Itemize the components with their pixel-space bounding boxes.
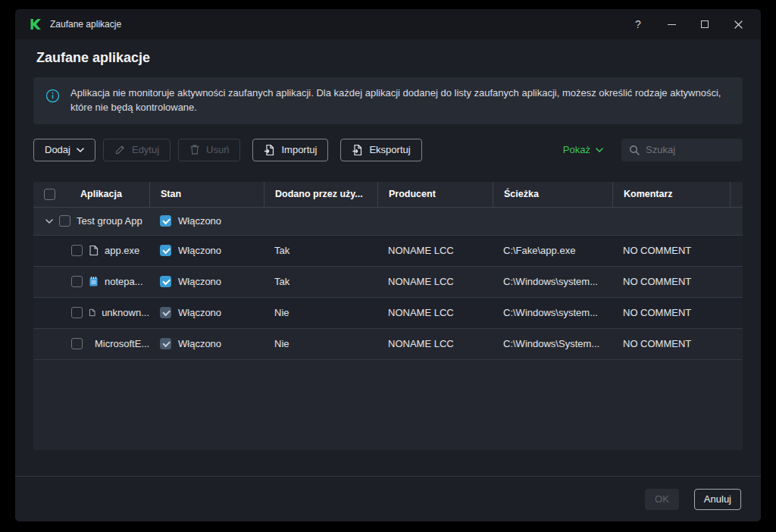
footer: OK Anuluj [15,476,761,521]
titlebar[interactable]: Zaufane aplikacje ? [15,9,761,39]
table-group-row[interactable]: Test group App Włączono [33,208,743,236]
help-button[interactable]: ? [621,9,655,39]
table-row[interactable]: MicrosoftE... Włączono Nie NONAME LCC C:… [33,329,743,360]
row-select-checkbox[interactable] [71,245,83,256]
info-icon [45,89,60,103]
vendor-cell: NONAME LCC [377,298,493,328]
comment-cell: NO COMMENT [612,329,730,359]
state-label: Włączono [178,338,221,349]
cancel-button[interactable]: Anuluj [694,489,741,510]
import-button-label: Importuj [281,144,317,155]
vendor-cell: NONAME LCC [377,236,493,266]
file-icon [89,307,95,318]
table-row[interactable]: notepa... Włączono Tak NONAME LCC C:\Win… [33,267,743,298]
trusted-applications-window: Zaufane aplikacje ? Zaufane aplikacje [15,9,761,521]
column-label: Producent [389,189,436,199]
group-enabled-checkbox[interactable] [160,215,171,227]
state-label: Włączono [178,307,221,318]
path-cell: C:\Windows\System... [493,329,612,359]
group-select-checkbox[interactable] [59,215,70,227]
search-box [621,139,743,161]
delete-button[interactable]: Usuń [178,139,240,161]
column-label: Stan [161,189,181,199]
app-name: app.exe [105,245,139,256]
row-select-checkbox[interactable] [71,307,83,318]
column-header-aplikacja: Aplikacja [33,182,149,207]
add-button[interactable]: Dodaj [33,139,95,161]
close-button[interactable] [721,9,755,39]
search-icon [629,145,640,155]
column-header-sciezka: Ścieżka [493,182,612,207]
state-label: Włączono [178,276,221,287]
ok-button[interactable]: OK [645,489,679,510]
table-header: Aplikacja Stan Dodano przez uży... Produ… [33,182,743,208]
added-by-user-cell: Tak [264,236,377,266]
added-by-user-cell: Nie [264,298,377,328]
select-all-checkbox[interactable] [44,189,55,200]
app-name: notepa... [105,276,143,287]
app-name: unknown... [102,307,149,318]
pencil-icon [114,144,126,155]
vendor-cell: NONAME LCC [377,329,493,359]
state-cell: Włączono [149,329,264,359]
edit-button[interactable]: Edytuj [103,139,171,161]
notepad-app-icon [89,276,99,287]
path-cell: C:\Windows\system... [493,267,612,297]
titlebar-left: Zaufane aplikacje [29,17,121,31]
row-select-checkbox[interactable] [71,276,83,287]
comment-cell: NO COMMENT [612,298,730,328]
export-icon [352,144,363,156]
table-row[interactable]: app.exe Włączono Tak NONAME LCC C:\Fake\… [33,236,743,267]
import-button[interactable]: Importuj [252,139,328,161]
add-button-label: Dodaj [45,144,70,155]
path-cell: C:\Fake\app.exe [493,236,612,266]
comment-cell: NO COMMENT [612,236,730,266]
maximize-icon [701,20,709,28]
column-header-stan: Stan [149,182,264,207]
kaspersky-logo-icon [29,17,42,31]
delete-button-label: Usuń [206,144,229,155]
export-button[interactable]: Eksportuj [340,139,421,161]
edit-button-label: Edytuj [132,144,159,155]
window-controls: ? [621,9,755,39]
table-row[interactable]: unknown... Włączono Nie NONAME LCC C:\Wi… [33,298,743,329]
row-enabled-checkbox[interactable] [160,276,171,287]
column-header-dodano: Dodano przez uży... [264,182,377,207]
column-header-producent: Producent [377,182,493,207]
trash-icon [189,144,200,155]
group-state-label: Włączono [178,215,221,227]
added-by-user-cell: Tak [264,267,377,297]
info-banner-text: Aplikacja nie monitoruje aktywności zauf… [70,86,731,115]
added-by-user-cell: Nie [264,329,377,359]
column-header-gutter [730,182,743,207]
column-label: Ścieżka [504,189,539,199]
page-title: Zaufane aplikacje [36,50,740,66]
column-label: Komentarz [624,189,673,199]
minimize-icon [668,24,676,25]
search-input[interactable] [646,144,735,155]
toolbar: Dodaj Edytuj Usuń [33,139,743,161]
column-label: Aplikacja [80,189,122,199]
show-filter-button[interactable]: Pokaż [563,144,603,155]
state-cell: Włączono [149,267,264,297]
minimize-button[interactable] [655,9,688,39]
app-name-cell: unknown... [33,298,149,328]
info-banner: Aplikacja nie monitoruje aktywności zauf… [33,77,743,124]
state-cell: Włączono [149,236,264,266]
applications-table: Aplikacja Stan Dodano przez uży... Produ… [33,182,743,450]
row-enabled-checkbox[interactable] [160,307,171,318]
app-name: MicrosoftE... [95,338,149,349]
app-name-cell: notepa... [33,267,149,297]
window-title: Zaufane aplikacje [50,19,121,30]
chevron-down-icon [77,148,84,152]
column-header-komentarz: Komentarz [612,182,730,207]
maximize-button[interactable] [688,9,721,39]
path-cell: C:\Windows\system... [493,298,612,328]
row-enabled-checkbox[interactable] [160,338,171,349]
row-select-checkbox[interactable] [71,338,83,349]
app-name-cell: app.exe [33,236,149,266]
vendor-cell: NONAME LCC [377,267,493,297]
row-enabled-checkbox[interactable] [160,245,171,256]
collapse-chevron-icon[interactable] [45,219,53,224]
export-button-label: Eksportuj [369,144,410,155]
